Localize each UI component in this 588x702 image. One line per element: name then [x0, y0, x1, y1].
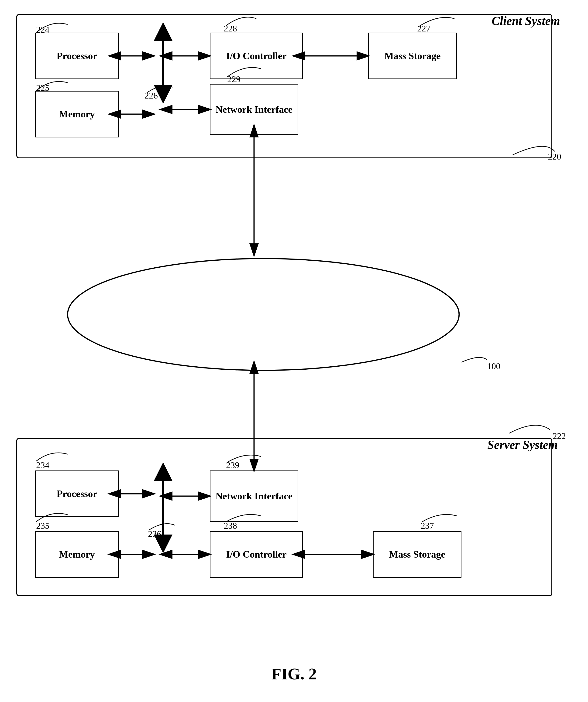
ref-238: 238 — [224, 520, 237, 531]
ref-226-client: 226 — [144, 90, 158, 101]
server-memory-label: Memory — [59, 549, 95, 560]
ref-225: 225 — [36, 83, 50, 93]
client-system-label: Client System — [492, 14, 560, 28]
server-processor-label: Processor — [57, 488, 97, 500]
client-processor-box: Processor — [35, 33, 119, 79]
ref-237: 237 — [421, 520, 434, 531]
server-network-box: Network Interface — [210, 470, 298, 522]
ref-100: 100 — [487, 361, 500, 371]
server-memory-box: Memory — [35, 531, 119, 578]
ref-236-server: 236 — [148, 529, 161, 539]
ref-234: 234 — [36, 460, 50, 470]
server-mass-label: Mass Storage — [389, 549, 445, 560]
client-mass-label: Mass Storage — [384, 50, 440, 62]
server-system-label: Server System — [487, 438, 558, 452]
client-io-box: I/O Controller — [210, 33, 303, 79]
client-memory-box: Memory — [35, 91, 119, 137]
server-io-label: I/O Controller — [226, 549, 286, 560]
ref-239: 239 — [226, 460, 239, 470]
svg-point-0 — [68, 258, 459, 370]
ref-228: 228 — [224, 23, 237, 33]
client-io-label: I/O Controller — [226, 50, 286, 62]
client-network-label: Network Interface — [216, 104, 292, 115]
ref-227: 227 — [417, 23, 430, 33]
ref-220: 220 — [548, 151, 561, 162]
ref-222: 222 — [553, 431, 566, 441]
figure-label: FIG. 2 — [271, 665, 316, 683]
server-io-box: I/O Controller — [210, 531, 303, 578]
server-mass-box: Mass Storage — [373, 531, 462, 578]
client-mass-box: Mass Storage — [368, 33, 457, 79]
client-network-box: Network Interface — [210, 84, 298, 135]
ref-229: 229 — [227, 74, 240, 84]
server-processor-box: Processor — [35, 470, 119, 517]
ref-224: 224 — [36, 24, 50, 35]
client-memory-label: Memory — [59, 108, 95, 120]
ref-235: 235 — [36, 520, 50, 531]
server-network-label: Network Interface — [216, 490, 292, 502]
network-ellipse — [65, 256, 462, 373]
diagram-container: Client System 220 Processor 224 Memory 2… — [0, 0, 588, 702]
client-processor-label: Processor — [57, 50, 97, 62]
